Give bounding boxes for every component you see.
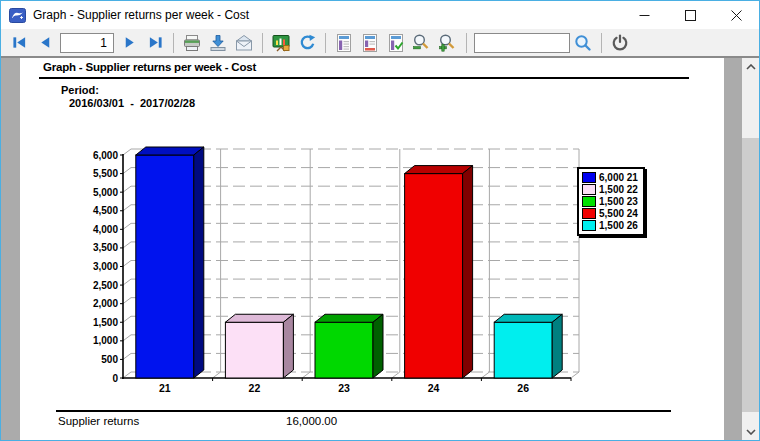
power-icon: [611, 34, 629, 52]
legend-label: 5,500 24: [599, 208, 638, 219]
y-tick-label: 2,000: [93, 298, 118, 309]
window-title: Graph - Supplier returns per week - Cost: [33, 8, 249, 22]
page-check-button[interactable]: [383, 31, 409, 55]
export-button[interactable]: [205, 31, 231, 55]
minimize-button[interactable]: [621, 1, 667, 29]
chevron-down-icon: [746, 429, 756, 435]
refresh-button[interactable]: [294, 31, 320, 55]
y-tick-label: 0: [112, 373, 118, 384]
x-category-label: 26: [517, 382, 529, 394]
bar-side: [463, 166, 473, 378]
toolbar-separator: [262, 33, 263, 53]
scrollbar-thumb[interactable]: [742, 138, 759, 412]
legend-swatch: [582, 172, 596, 183]
bar-top: [405, 166, 473, 174]
page-number-input[interactable]: [60, 33, 114, 53]
x-category-label: 24: [428, 382, 440, 394]
search-input[interactable]: [474, 33, 570, 53]
footer-total: 16,000.00: [286, 415, 337, 427]
y-tick-label: 3,500: [93, 242, 118, 253]
legend-swatch: [582, 196, 596, 207]
zoom-in-button[interactable]: [435, 31, 461, 55]
gridline-diagonal: [302, 372, 310, 378]
close-button[interactable]: [713, 1, 759, 29]
page-footer-icon: [361, 34, 379, 52]
bar-front: [315, 322, 373, 378]
next-page-button[interactable]: [116, 31, 142, 55]
close-icon: [731, 10, 742, 21]
x-category-label: 21: [159, 382, 171, 394]
legend-row: 1,500 22: [582, 184, 638, 195]
email-button[interactable]: [231, 31, 257, 55]
toolbar-separator: [466, 33, 467, 53]
search-icon: [573, 33, 593, 53]
y-tick-label: 500: [101, 354, 118, 365]
last-page-button[interactable]: [142, 31, 168, 55]
legend-row: 1,500 26: [582, 220, 638, 231]
legend-row: 6,000 21: [582, 172, 638, 183]
search-button[interactable]: [570, 31, 596, 55]
legend-label: 1,500 23: [599, 196, 638, 207]
close-preview-button[interactable]: [607, 31, 633, 55]
report-viewer: Graph - Supplier returns per week - Cost…: [1, 56, 759, 440]
gridline-diagonal: [123, 372, 131, 378]
y-tick-label: 4,000: [93, 224, 118, 235]
chart-svg: 05001,0001,5002,0002,5003,0003,5004,0004…: [20, 58, 724, 440]
toolbar-separator: [325, 33, 326, 53]
legend-swatch: [582, 220, 596, 231]
y-tick-label: 6,000: [93, 150, 118, 161]
page-footer-setup-button[interactable]: [357, 31, 383, 55]
legend-label: 1,500 22: [599, 184, 638, 195]
previous-page-icon: [37, 35, 54, 50]
gridline-diagonal: [123, 223, 131, 229]
toolbar-separator: [601, 33, 602, 53]
gridline-diagonal: [213, 372, 221, 378]
x-category-label: 23: [338, 382, 350, 394]
zoom-in-icon: [438, 33, 458, 53]
last-page-icon: [147, 35, 164, 50]
bar-front: [225, 322, 283, 378]
first-page-button[interactable]: [6, 31, 32, 55]
app-icon: [9, 8, 26, 23]
maximize-icon: [685, 10, 696, 21]
bar-top: [494, 314, 562, 322]
titlebar: Graph - Supplier returns per week - Cost: [1, 1, 759, 29]
bar-side: [283, 314, 293, 378]
legend-label: 6,000 21: [599, 172, 638, 183]
first-page-icon: [11, 35, 28, 50]
legend-row: 1,500 23: [582, 196, 638, 207]
printer-icon: [182, 33, 202, 53]
gridline-diagonal: [392, 372, 400, 378]
scroll-up-button[interactable]: [742, 58, 759, 75]
zoom-out-button[interactable]: [409, 31, 435, 55]
chart-legend: 6,000 211,500 221,500 235,500 241,500 26: [577, 167, 645, 236]
gridline-diagonal: [123, 316, 131, 322]
previous-page-button[interactable]: [32, 31, 58, 55]
page-header-setup-button[interactable]: [331, 31, 357, 55]
toolbar: [1, 29, 759, 56]
gridline-diagonal: [123, 335, 131, 341]
maximize-button[interactable]: [667, 1, 713, 29]
bar-top: [315, 314, 383, 322]
app-window: Graph - Supplier returns per week - Cost: [0, 0, 760, 441]
design-button[interactable]: [268, 31, 294, 55]
y-tick-label: 1,000: [93, 335, 118, 346]
minimize-icon: [639, 10, 650, 21]
gridline-diagonal: [123, 298, 131, 304]
scroll-down-button[interactable]: [742, 423, 759, 440]
y-tick-label: 5,000: [93, 187, 118, 198]
y-tick-label: 2,500: [93, 280, 118, 291]
page-check-icon: [387, 34, 405, 52]
y-tick-label: 5,500: [93, 168, 118, 179]
gridline-diagonal: [123, 168, 131, 174]
gridline-diagonal: [123, 186, 131, 192]
footer-label: Supplier returns: [58, 415, 139, 427]
window-controls: [621, 1, 759, 29]
vertical-scrollbar[interactable]: [742, 58, 759, 440]
bar-front: [136, 155, 194, 378]
refresh-icon: [298, 34, 316, 52]
print-button[interactable]: [179, 31, 205, 55]
gridline-diagonal: [123, 261, 131, 267]
gridline-diagonal: [123, 353, 131, 359]
y-tick-label: 1,500: [93, 317, 118, 328]
